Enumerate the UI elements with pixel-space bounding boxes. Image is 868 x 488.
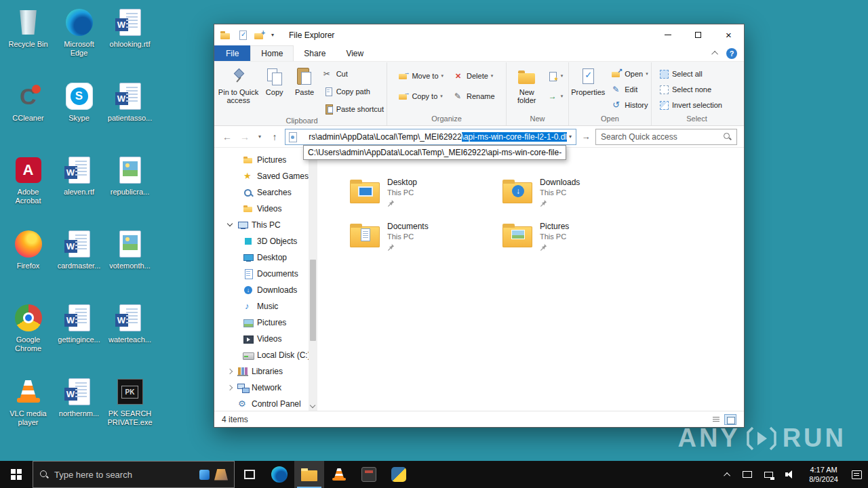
taskbar-clock[interactable]: 4:17 AM 8/9/2024 — [802, 465, 846, 484]
desktop-icon-republicra[interactable]: republicra... — [104, 150, 155, 224]
scrollbar-thumb[interactable] — [310, 260, 316, 341]
desktop-icon-microsoft-edge[interactable]: Microsoft Edge — [54, 3, 104, 77]
pin-to-quick-access-button[interactable]: Pin to Quick access — [217, 64, 260, 104]
desktop-icon-aleven-rtf[interactable]: aleven.rtf — [54, 150, 104, 224]
quick-access-item-pictures[interactable]: Pictures This PC — [502, 220, 648, 260]
copy-path-button[interactable]: Copy path — [320, 85, 387, 98]
easy-access-button[interactable]: ▾ — [545, 89, 566, 103]
taskbar-app-button[interactable] — [354, 461, 384, 488]
desktop-icon-votemonth[interactable]: votemonth... — [104, 224, 155, 298]
close-button[interactable]: × — [713, 24, 744, 45]
desktop-icon-patientasso[interactable]: patientasso... — [104, 77, 155, 150]
tab-view[interactable]: View — [336, 45, 374, 61]
nav-item-downloads[interactable]: Downloads — [214, 282, 317, 298]
recent-locations-chevron-icon[interactable]: ▾ — [255, 129, 264, 144]
help-icon[interactable] — [726, 48, 737, 59]
tray-volume-button[interactable] — [779, 461, 802, 488]
taskbar-python-button[interactable] — [384, 461, 414, 488]
chevron-right-icon[interactable] — [227, 369, 233, 374]
open-button[interactable]: Open▾ — [608, 67, 650, 81]
invert-selection-button[interactable]: Invert selection — [656, 98, 725, 112]
nav-item-pictures-pc[interactable]: Pictures — [214, 314, 317, 331]
desktop-icon-cardmaster[interactable]: cardmaster... — [54, 224, 104, 298]
go-to-button[interactable]: → — [579, 129, 593, 144]
desktop-icon-ccleaner[interactable]: CCleaner — [3, 77, 54, 150]
taskbar-vlc-button[interactable] — [324, 461, 354, 488]
nav-item-libraries[interactable]: Libraries — [214, 363, 317, 380]
back-button[interactable]: ← — [220, 129, 235, 144]
tab-home[interactable]: Home — [250, 45, 294, 61]
action-center-button[interactable] — [846, 461, 868, 488]
desktop-icon-northernm[interactable]: northernm... — [54, 372, 104, 446]
forward-button[interactable]: → — [237, 129, 252, 144]
minimize-button[interactable] — [652, 24, 683, 45]
taskbar-file-explorer-button[interactable] — [294, 461, 324, 488]
desktop-icon-waterteach[interactable]: waterteach... — [104, 298, 155, 372]
qat-customize-chevron-icon[interactable]: ▾ — [271, 32, 274, 38]
nav-item-pictures[interactable]: Pictures — [214, 152, 317, 168]
desktop-icon-gettingince[interactable]: gettingince... — [54, 298, 104, 372]
maximize-button[interactable] — [683, 24, 713, 45]
task-view-button[interactable] — [235, 461, 264, 488]
desktop-icon-pk-search-exe[interactable]: PK SEARCH PRIVATE.exe — [104, 372, 155, 446]
nav-item-network[interactable]: Network — [214, 380, 317, 396]
desktop-icon-skype[interactable]: Skype — [54, 77, 104, 150]
chevron-down-icon[interactable] — [227, 221, 233, 226]
rename-button[interactable]: Rename — [450, 89, 498, 103]
scroll-down-icon[interactable] — [310, 403, 315, 408]
taskbar-edge-button[interactable] — [264, 461, 294, 488]
nav-item-control-panel[interactable]: Control Panel — [214, 396, 317, 411]
nav-item-documents[interactable]: Documents — [214, 266, 317, 282]
paste-shortcut-button[interactable]: Paste shortcut — [320, 102, 387, 116]
nav-item-music[interactable]: Music — [214, 298, 317, 314]
new-item-button[interactable]: ▾ — [545, 69, 566, 83]
history-button[interactable]: History — [608, 98, 650, 112]
collapse-ribbon-icon[interactable] — [711, 51, 718, 58]
desktop-icon-google-chrome[interactable]: Google Chrome — [3, 298, 54, 372]
quick-access-item-downloads[interactable]: Downloads This PC — [502, 176, 648, 216]
qat-new-folder-icon[interactable] — [254, 30, 265, 41]
nav-item-local-disk-c[interactable]: Local Disk (C:) — [214, 347, 317, 363]
taskbar-search[interactable]: Type here to search — [33, 461, 235, 488]
start-button[interactable] — [0, 461, 33, 488]
edit-button[interactable]: Edit — [608, 83, 650, 96]
chevron-right-icon[interactable] — [227, 385, 233, 390]
desktop-icon-firefox[interactable]: Firefox — [3, 224, 54, 298]
cut-button[interactable]: Cut — [320, 67, 387, 81]
nav-item-videos-user[interactable]: Videos — [214, 201, 317, 217]
desktop-icon-recycle-bin[interactable]: Recycle Bin — [3, 3, 54, 77]
tray-network-button[interactable] — [758, 461, 779, 488]
copy-to-button[interactable]: Copy to▾ — [395, 89, 446, 103]
properties-button[interactable]: Properties — [569, 64, 607, 96]
copy-button[interactable]: Copy — [260, 64, 289, 96]
address-autocomplete-dropdown[interactable]: C:\Users\admin\AppData\Local\Temp\_MEI62… — [303, 145, 566, 160]
qat-properties-icon[interactable] — [237, 30, 248, 41]
select-all-button[interactable]: Select all — [656, 67, 725, 81]
nav-item-saved-games[interactable]: Saved Games — [214, 168, 317, 184]
desktop-icon-vlc[interactable]: VLC media player — [3, 372, 54, 446]
paste-button[interactable]: Paste — [289, 64, 319, 96]
address-dropdown-chevron-icon[interactable]: ▾ — [567, 134, 574, 140]
quick-access-item-documents[interactable]: Documents This PC — [350, 220, 496, 260]
tray-display-button[interactable] — [736, 461, 758, 488]
tab-share[interactable]: Share — [294, 45, 336, 61]
nav-item-this-pc[interactable]: This PC — [214, 217, 317, 233]
search-box[interactable]: Search Quick access — [595, 129, 737, 145]
new-folder-button[interactable]: New folder — [509, 64, 545, 104]
address-bar[interactable]: rs\admin\AppData\Local\Temp\_MEI62922\ap… — [285, 129, 576, 145]
quick-access-item-desktop[interactable]: Desktop This PC — [350, 176, 496, 216]
tab-file[interactable]: File — [214, 45, 250, 61]
up-button[interactable]: ↑ — [267, 129, 282, 144]
nav-scrollbar[interactable] — [309, 148, 317, 411]
move-to-button[interactable]: Move to▾ — [395, 69, 446, 83]
select-none-button[interactable]: Select none — [656, 83, 725, 96]
nav-item-3d-objects[interactable]: 3D Objects — [214, 233, 317, 249]
nav-item-searches[interactable]: Searches — [214, 184, 317, 201]
nav-item-desktop[interactable]: Desktop — [214, 249, 317, 266]
title-bar[interactable]: ▾ File Explorer × — [214, 24, 744, 45]
show-hidden-icons-button[interactable] — [719, 461, 736, 488]
delete-button[interactable]: Delete▾ — [450, 69, 498, 83]
desktop-icon-ohlooking-rtf[interactable]: ohlooking.rtf — [104, 3, 155, 77]
nav-item-videos-pc[interactable]: Videos — [214, 331, 317, 347]
desktop-icon-adobe-acrobat[interactable]: Adobe Acrobat — [3, 150, 54, 224]
